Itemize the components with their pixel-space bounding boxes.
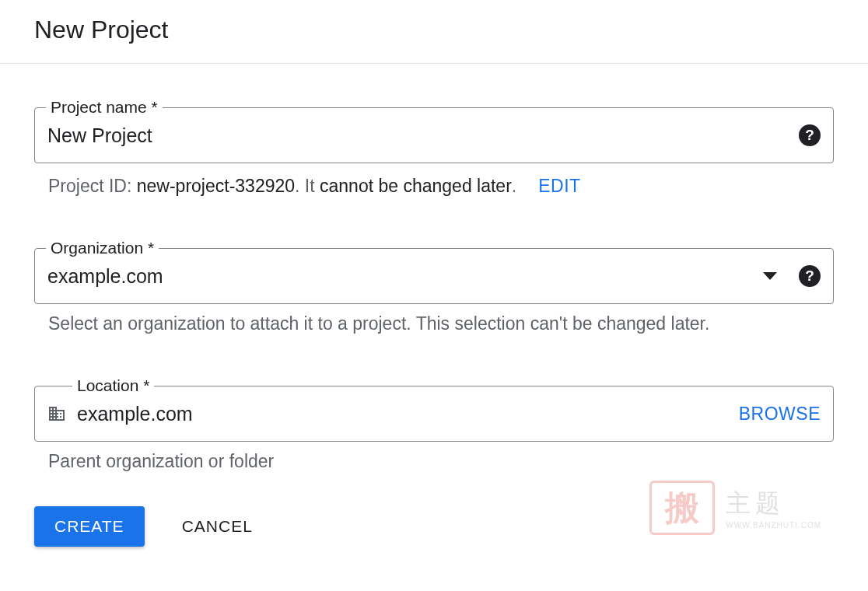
organization-value: example.com — [47, 265, 763, 288]
edit-project-id-link[interactable]: EDIT — [538, 176, 580, 197]
location-label: Location * — [72, 376, 154, 395]
page-header: New Project — [0, 0, 868, 64]
new-project-form: Project name * ? Project ID: new-project… — [0, 64, 868, 562]
project-name-input[interactable] — [47, 124, 799, 147]
organization-helper: Select an organization to attach it to a… — [34, 304, 834, 334]
project-id-prefix: Project ID: — [48, 176, 137, 196]
cancel-button[interactable]: CANCEL — [182, 517, 253, 536]
project-id-suffix-plain: . It — [295, 176, 320, 196]
page-title: New Project — [34, 16, 834, 44]
organization-icon — [47, 404, 66, 423]
browse-button[interactable]: BROWSE — [739, 404, 821, 425]
location-field[interactable]: Location * example.com BROWSE — [34, 386, 834, 442]
project-name-field[interactable]: Project name * ? — [34, 107, 834, 163]
organization-select[interactable]: Organization * example.com ? — [34, 248, 834, 304]
project-id-warning: cannot be changed later — [320, 176, 512, 196]
organization-label: Organization * — [46, 239, 159, 257]
action-buttons: CREATE CANCEL — [34, 506, 834, 547]
help-icon[interactable]: ? — [799, 265, 821, 287]
project-name-field-wrapper: Project name * ? Project ID: new-project… — [34, 107, 834, 197]
project-id-text: Project ID: new-project-332920. It canno… — [48, 176, 516, 197]
project-name-label: Project name * — [46, 98, 163, 117]
location-value: example.com — [77, 403, 739, 425]
project-id-suffix-end: . — [512, 176, 516, 196]
help-icon[interactable]: ? — [799, 124, 821, 146]
location-helper: Parent organization or folder — [34, 442, 834, 472]
project-id-value: new-project-332920 — [137, 176, 295, 196]
organization-field-wrapper: Organization * example.com ? Select an o… — [34, 248, 834, 334]
location-field-wrapper: Location * example.com BROWSE Parent org… — [34, 386, 834, 472]
chevron-down-icon[interactable] — [763, 272, 777, 280]
create-button[interactable]: CREATE — [34, 506, 145, 547]
project-id-row: Project ID: new-project-332920. It canno… — [34, 163, 834, 197]
